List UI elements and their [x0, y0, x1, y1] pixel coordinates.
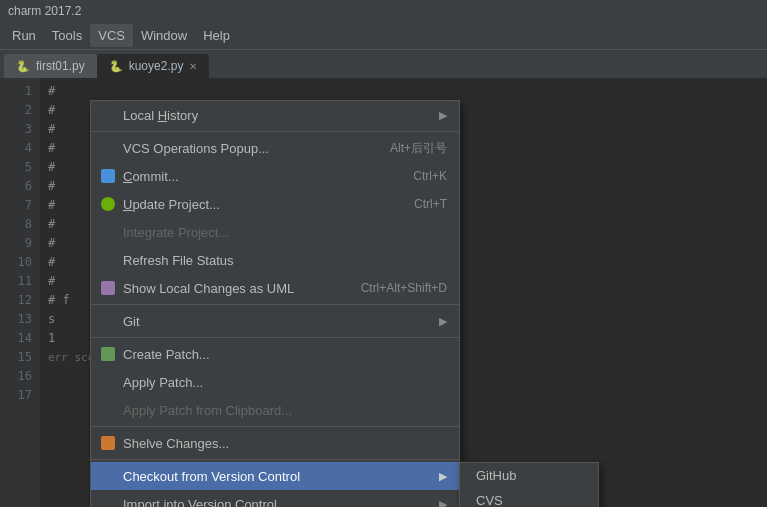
- menu-label: Checkout from Version Control: [123, 469, 431, 484]
- uml-icon: [99, 279, 117, 297]
- menu-icon: [99, 106, 117, 124]
- shortcut: Ctrl+T: [414, 197, 447, 211]
- menu-icon: [99, 401, 117, 419]
- menu-label: Apply Patch...: [123, 375, 447, 390]
- editor-area: 🐍 first01.py 🐍 kuoye2.py ✕ 12345 678910 …: [0, 50, 767, 507]
- arrow-icon: ▶: [439, 109, 447, 122]
- menu-local-history[interactable]: Local History ▶: [91, 101, 459, 129]
- tab-close-icon[interactable]: ✕: [189, 61, 197, 72]
- menu-import[interactable]: Import into Version Control ▶: [91, 490, 459, 507]
- separator: [91, 337, 459, 338]
- submenu-github[interactable]: GitHub: [460, 463, 598, 488]
- tab-kuoye2[interactable]: 🐍 kuoye2.py ✕: [97, 54, 210, 78]
- menu-label: VCS Operations Popup...: [123, 141, 350, 156]
- menu-label: Show Local Changes as UML: [123, 281, 321, 296]
- shortcut: Ctrl+K: [413, 169, 447, 183]
- menu-label: Import into Version Control: [123, 497, 431, 508]
- tabs-bar: 🐍 first01.py 🐍 kuoye2.py ✕: [0, 50, 767, 78]
- menu-show-uml[interactable]: Show Local Changes as UML Ctrl+Alt+Shift…: [91, 274, 459, 302]
- tab-first01[interactable]: 🐍 first01.py: [4, 54, 97, 78]
- menu-icon: [99, 223, 117, 241]
- update-icon: [99, 195, 117, 213]
- menu-icon: [99, 467, 117, 485]
- menu-commit[interactable]: Commit... Ctrl+K: [91, 162, 459, 190]
- menu-apply-patch[interactable]: Apply Patch...: [91, 368, 459, 396]
- shortcut: Ctrl+Alt+Shift+D: [361, 281, 447, 295]
- menu-label: Local History: [123, 108, 431, 123]
- commit-icon: [99, 167, 117, 185]
- submenu-cvs[interactable]: CVS: [460, 488, 598, 507]
- menu-update[interactable]: Update Project... Ctrl+T: [91, 190, 459, 218]
- separator: [91, 304, 459, 305]
- arrow-icon: ▶: [439, 470, 447, 483]
- menu-run[interactable]: Run: [4, 24, 44, 47]
- separator: [91, 426, 459, 427]
- vcs-menu: Local History ▶ VCS Operations Popup... …: [90, 100, 460, 507]
- menu-icon: [99, 312, 117, 330]
- title-bar: charm 2017.2: [0, 0, 767, 22]
- menu-label: Refresh File Status: [123, 253, 447, 268]
- shortcut: Alt+后引号: [390, 140, 447, 157]
- menu-label: Commit...: [123, 169, 373, 184]
- shelf-icon: [99, 434, 117, 452]
- menu-label: Create Patch...: [123, 347, 447, 362]
- menu-vcs-operations[interactable]: VCS Operations Popup... Alt+后引号: [91, 134, 459, 162]
- menu-label: Update Project...: [123, 197, 374, 212]
- menu-shelve[interactable]: Shelve Changes...: [91, 429, 459, 457]
- menu-label: Shelve Changes...: [123, 436, 447, 451]
- menu-checkout[interactable]: Checkout from Version Control ▶ GitHub C…: [91, 462, 459, 490]
- menu-help[interactable]: Help: [195, 24, 238, 47]
- checkout-submenu: GitHub CVS Git Mercurial Subversion: [459, 462, 599, 507]
- menu-label: CVS: [476, 493, 582, 507]
- menu-icon: [99, 373, 117, 391]
- menu-apply-patch-clipboard: Apply Patch from Clipboard...: [91, 396, 459, 424]
- arrow-icon: ▶: [439, 498, 447, 508]
- menu-label: GitHub: [476, 468, 582, 483]
- menu-label: Git: [123, 314, 431, 329]
- separator: [91, 131, 459, 132]
- separator: [91, 459, 459, 460]
- menu-integrate: Integrate Project...: [91, 218, 459, 246]
- file-icon2: 🐍: [109, 60, 123, 73]
- menu-icon: [99, 139, 117, 157]
- menu-label: Integrate Project...: [123, 225, 447, 240]
- menu-icon: [99, 495, 117, 507]
- patch-icon: [99, 345, 117, 363]
- menu-label: Apply Patch from Clipboard...: [123, 403, 447, 418]
- menu-icon: [99, 251, 117, 269]
- menu-vcs[interactable]: VCS: [90, 24, 133, 47]
- menu-window[interactable]: Window: [133, 24, 195, 47]
- dropdown-overlay: Local History ▶ VCS Operations Popup... …: [0, 100, 767, 507]
- menu-create-patch[interactable]: Create Patch...: [91, 340, 459, 368]
- menu-tools[interactable]: Tools: [44, 24, 90, 47]
- title-text: charm 2017.2: [8, 4, 81, 18]
- file-icon: 🐍: [16, 60, 30, 73]
- menu-bar: Run Tools VCS Window Help: [0, 22, 767, 50]
- arrow-icon: ▶: [439, 315, 447, 328]
- menu-refresh[interactable]: Refresh File Status: [91, 246, 459, 274]
- menu-git[interactable]: Git ▶: [91, 307, 459, 335]
